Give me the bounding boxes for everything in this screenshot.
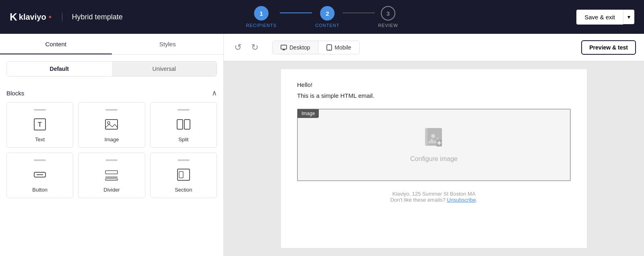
drag-handle <box>178 109 190 111</box>
logo-icon: K <box>10 11 17 23</box>
logo-text: klaviyo <box>19 12 46 22</box>
svg-rect-5 <box>184 120 190 129</box>
toggle-universal[interactable]: Universal <box>112 62 217 76</box>
configure-image-label: Configure image <box>410 155 457 163</box>
block-image[interactable]: Image <box>78 102 145 148</box>
block-split-label: Split <box>178 136 188 142</box>
step-line-2-3 <box>343 12 375 13</box>
svg-point-3 <box>107 122 110 124</box>
button-block-icon <box>32 167 48 183</box>
block-divider[interactable]: Divider <box>78 153 145 198</box>
image-block[interactable]: Image Configure image <box>297 109 571 181</box>
image-block-tag: Image <box>297 109 319 118</box>
step-3[interactable]: 3 REVIEW <box>378 6 398 28</box>
canvas-area: Hello! This is a simple HTML email. Imag… <box>224 61 644 256</box>
step-2-label: CONTENT <box>315 23 339 28</box>
block-text[interactable]: T Text <box>6 102 73 148</box>
svg-point-20 <box>431 134 435 138</box>
divider-block-icon <box>103 167 120 183</box>
drag-handle <box>34 109 46 111</box>
step-1-label: RECIPIENTS <box>246 23 277 28</box>
email-canvas: Hello! This is a simple HTML email. Imag… <box>281 69 587 248</box>
toggle-area: Default Universal <box>0 55 223 83</box>
logo-area: K klaviyo ✦ Hybrid template <box>10 11 123 23</box>
block-text-label: Text <box>35 136 45 142</box>
desktop-icon <box>281 44 287 51</box>
email-body: This is a simple HTML email. <box>297 92 571 99</box>
preview-test-button[interactable]: Preview & test <box>581 40 636 55</box>
top-right-actions: Save & exit ▾ <box>576 10 634 25</box>
blocks-header: Blocks ∧ <box>6 83 217 102</box>
blocks-collapse-button[interactable]: ∧ <box>212 89 217 97</box>
logo-mark: ✦ <box>48 14 52 20</box>
tab-styles[interactable]: Styles <box>112 34 224 54</box>
block-split[interactable]: Split <box>150 102 217 148</box>
toggle-default[interactable]: Default <box>7 62 112 76</box>
step-3-label: REVIEW <box>378 23 398 28</box>
left-panel: Content Styles Default Universal Blocks … <box>0 34 224 256</box>
block-section-label: Section <box>175 187 192 193</box>
footer-unsub-link[interactable]: Unsubscribe <box>447 197 476 203</box>
step-1-circle: 1 <box>254 6 268 21</box>
section-block-icon <box>175 167 192 183</box>
svg-rect-12 <box>179 171 183 178</box>
drag-handle <box>178 159 190 161</box>
view-toggle: Desktop Mobile <box>272 41 360 54</box>
save-exit-dropdown-button[interactable]: ▾ <box>623 10 634 24</box>
drag-handle <box>105 159 118 161</box>
svg-rect-8 <box>105 171 118 174</box>
block-image-label: Image <box>104 136 119 142</box>
main-area: Content Styles Default Universal Blocks … <box>0 34 644 256</box>
blocks-section: Blocks ∧ T Text <box>0 83 223 198</box>
footer-period: . <box>476 197 478 203</box>
email-footer: Klaviyo, 125 Summer St Boston MA Don't l… <box>297 191 571 203</box>
step-2-circle: 2 <box>320 6 334 21</box>
tab-content[interactable]: Content <box>0 34 112 54</box>
image-block-icon <box>103 116 120 132</box>
logo: K klaviyo ✦ <box>10 11 52 23</box>
footer-unsubscribe: Don't like these emails? Unsubscribe. <box>297 197 571 203</box>
svg-point-17 <box>329 49 330 50</box>
footer-address: Klaviyo, 125 Summer St Boston MA <box>297 191 571 197</box>
footer-unsub-prefix: Don't like these emails? <box>390 197 447 203</box>
text-block-icon: T <box>32 116 48 132</box>
configure-image-icon <box>423 127 444 151</box>
block-button-label: Button <box>32 187 47 193</box>
svg-rect-2 <box>105 120 118 129</box>
template-name: Hybrid template <box>62 13 123 21</box>
step-line-1-2 <box>280 12 312 13</box>
blocks-title: Blocks <box>6 90 24 97</box>
save-exit-button[interactable]: Save & exit <box>576 10 623 25</box>
redo-button[interactable]: ↻ <box>249 40 261 55</box>
desktop-view-button[interactable]: Desktop <box>272 41 318 54</box>
desktop-label: Desktop <box>289 44 310 51</box>
mobile-icon <box>326 44 332 51</box>
mobile-view-button[interactable]: Mobile <box>318 41 359 54</box>
toggle-group: Default Universal <box>6 61 217 76</box>
drag-handle <box>34 159 46 161</box>
right-panel: ↺ ↻ Desktop Mobile <box>224 34 644 256</box>
svg-text:T: T <box>38 121 42 128</box>
email-greeting: Hello! <box>297 81 571 88</box>
toolbar: ↺ ↻ Desktop Mobile <box>224 34 644 61</box>
svg-rect-13 <box>281 45 287 49</box>
step-2[interactable]: 2 CONTENT <box>315 6 339 28</box>
step-3-circle: 3 <box>381 6 395 21</box>
panel-tabs: Content Styles <box>0 34 223 55</box>
step-1[interactable]: 1 RECIPIENTS <box>246 6 277 28</box>
navbar: K klaviyo ✦ Hybrid template 1 RECIPIENTS… <box>0 0 644 34</box>
svg-rect-4 <box>177 120 183 129</box>
undo-button[interactable]: ↺ <box>232 40 244 55</box>
blocks-grid: T Text Image <box>6 102 217 198</box>
mobile-label: Mobile <box>334 44 351 51</box>
split-block-icon <box>175 116 192 132</box>
block-section[interactable]: Section <box>150 153 217 198</box>
svg-rect-10 <box>105 179 118 180</box>
block-divider-label: Divider <box>103 187 120 193</box>
block-button[interactable]: Button <box>6 153 73 198</box>
drag-handle <box>105 109 118 111</box>
stepper: 1 RECIPIENTS 2 CONTENT 3 REVIEW <box>246 6 398 28</box>
